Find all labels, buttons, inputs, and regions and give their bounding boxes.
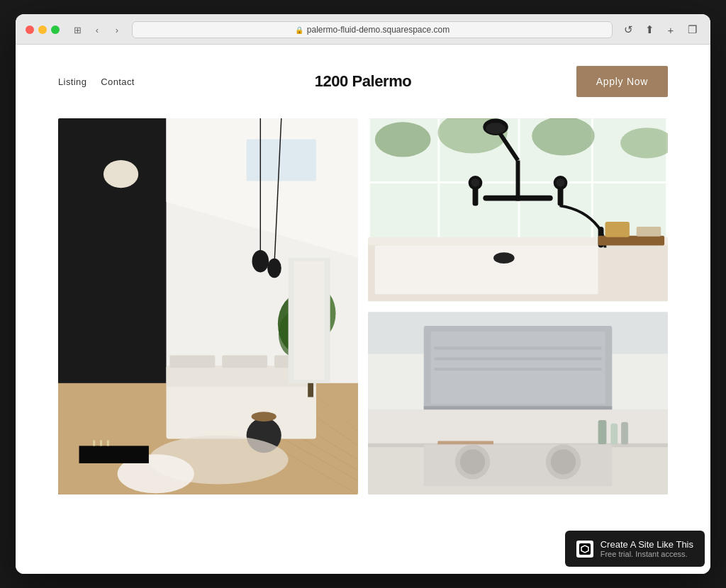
site-title: 1200 Palermo	[315, 72, 412, 91]
gallery-section	[16, 118, 710, 523]
site-header: Listing Contact 1200 Palermo Apply Now	[16, 45, 710, 118]
svg-rect-30	[100, 440, 102, 446]
svg-rect-72	[434, 357, 601, 360]
share-button[interactable]: ⬆	[641, 21, 658, 38]
traffic-lights	[26, 26, 60, 34]
svg-point-26	[252, 250, 269, 272]
maximize-button[interactable]	[51, 26, 60, 34]
close-button[interactable]	[26, 26, 34, 34]
add-tab-button[interactable]: +	[662, 21, 679, 38]
svg-rect-31	[107, 440, 109, 446]
gallery-image-living-room	[58, 118, 358, 494]
svg-point-83	[460, 449, 485, 474]
squarespace-banner-text: Create A Site Like This Free trial. Inst…	[601, 539, 693, 558]
svg-rect-34	[294, 261, 324, 380]
svg-rect-69	[431, 332, 605, 404]
window-view-icon[interactable]: ⊞	[69, 22, 85, 38]
refresh-button[interactable]: ↺	[620, 21, 637, 38]
svg-rect-10	[247, 140, 316, 181]
svg-rect-63	[605, 222, 629, 237]
svg-rect-78	[610, 423, 618, 444]
svg-point-85	[551, 449, 576, 474]
forward-button[interactable]: ›	[109, 22, 125, 38]
browser-actions: ↺ ⬆ + ❐	[620, 21, 700, 38]
duplicate-tab-button[interactable]: ❐	[683, 21, 700, 38]
gallery-image-kitchen	[368, 312, 668, 495]
svg-point-54	[471, 179, 480, 187]
page-content: Listing Contact 1200 Palermo Apply Now	[16, 45, 710, 574]
svg-point-17	[251, 412, 276, 422]
svg-point-57	[557, 179, 565, 187]
site-nav: Listing Contact	[58, 77, 135, 87]
nav-listing[interactable]: Listing	[58, 77, 86, 87]
svg-point-59	[486, 123, 506, 134]
url-text: palermo-fluid-demo.squarespace.com	[307, 25, 449, 35]
browser-chrome: ⊞ ‹ › 🔒 palermo-fluid-demo.squarespace.c…	[16, 14, 710, 45]
svg-rect-50	[375, 245, 598, 294]
svg-rect-73	[434, 368, 601, 371]
svg-rect-13	[169, 355, 215, 368]
svg-point-61	[493, 252, 515, 264]
gallery-image-bathroom	[368, 118, 668, 302]
svg-rect-77	[598, 420, 607, 444]
svg-rect-81	[424, 444, 613, 486]
address-bar[interactable]: 🔒 palermo-fluid-demo.squarespace.com	[132, 21, 613, 38]
svg-point-27	[267, 259, 281, 278]
squarespace-main-text: Create A Site Like This	[601, 539, 693, 550]
apply-now-button[interactable]: Apply Now	[576, 66, 668, 97]
svg-rect-29	[93, 440, 95, 446]
lock-icon: 🔒	[295, 26, 303, 34]
svg-point-32	[104, 160, 138, 188]
squarespace-logo-icon	[576, 541, 593, 558]
minimize-button[interactable]	[38, 26, 47, 34]
nav-contact[interactable]: Contact	[101, 77, 135, 87]
browser-window: ⊞ ‹ › 🔒 palermo-fluid-demo.squarespace.c…	[16, 14, 710, 574]
browser-controls: ⊞ ‹ ›	[69, 22, 125, 38]
svg-rect-11	[166, 383, 315, 439]
svg-rect-28	[79, 446, 149, 463]
svg-rect-71	[434, 346, 601, 349]
svg-rect-14	[222, 355, 267, 368]
back-button[interactable]: ‹	[89, 22, 105, 38]
squarespace-banner[interactable]: Create A Site Like This Free trial. Inst…	[565, 531, 705, 567]
svg-rect-79	[621, 422, 628, 443]
squarespace-sub-text: Free trial. Instant access.	[601, 550, 693, 558]
svg-rect-64	[637, 227, 661, 237]
svg-rect-62	[598, 236, 664, 246]
